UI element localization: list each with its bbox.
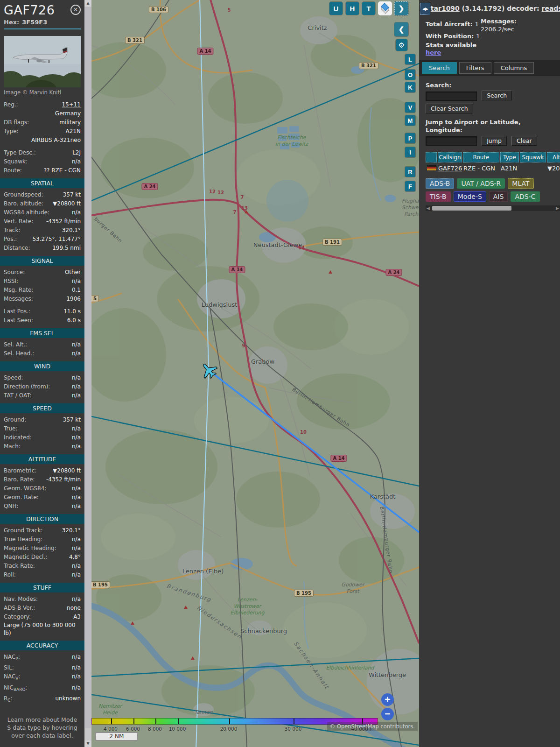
table-row[interactable]: GAF726RZE - CGNA21N▼20800: [426, 164, 560, 173]
badge-ads-c[interactable]: ADS-C: [511, 191, 539, 202]
data-value: 53.275°, 11.477°: [32, 235, 81, 244]
info-value: AIRBUS A-321neo: [31, 136, 81, 145]
legend-tick: [229, 719, 230, 724]
scroll-down-icon[interactable]: ▼: [84, 740, 91, 747]
data-row: RSSI:n/a: [4, 277, 81, 286]
data-row: Magnetic Heading:n/a: [4, 544, 81, 553]
column-header-flag[interactable]: [426, 152, 437, 162]
osm-attribution[interactable]: © OpenStreetMap contributors.: [327, 722, 418, 731]
tab-filters[interactable]: Filters: [459, 62, 491, 74]
clear-button[interactable]: Clear: [511, 136, 537, 146]
jump-input[interactable]: [426, 136, 477, 146]
map-button-L[interactable]: L: [405, 54, 415, 64]
badge-uat-ads-r[interactable]: UAT / ADS-R: [457, 178, 505, 189]
map-button-H[interactable]: H: [346, 2, 359, 15]
data-value: n/a: [72, 595, 81, 604]
map-button-F[interactable]: F: [405, 181, 415, 191]
readsb-link[interactable]: readsb: [542, 5, 560, 12]
road-shield: B 5: [91, 295, 99, 302]
map[interactable]: CrivitzFischteiche in der LewitzNeustadt…: [91, 0, 419, 747]
data-label: NICBARO:: [4, 684, 28, 694]
data-row: Geom. Rate:n/a: [4, 493, 81, 502]
data-label: Geom. WGS84:: [4, 484, 46, 493]
clear-search-button[interactable]: Clear Search: [426, 104, 473, 113]
info-label: Type Desc.:: [4, 148, 36, 157]
stats-block: Total Aircraft: 1 Messages: 2206.2/sec W…: [419, 15, 560, 58]
info-label: Route:: [4, 166, 22, 175]
badge-mode-s[interactable]: Mode-S: [454, 191, 486, 202]
column-header-Route[interactable]: Route: [463, 152, 499, 162]
map-button-V[interactable]: V: [405, 102, 415, 113]
type-cell: A21N: [500, 164, 519, 173]
data-value: 6.0 s: [67, 316, 81, 325]
data-value: ▼20800 ft: [53, 466, 81, 475]
data-label: Track:: [4, 226, 20, 235]
map-button-I[interactable]: I: [405, 147, 415, 157]
map-button-K[interactable]: K: [405, 82, 415, 92]
badge-tis-b[interactable]: TIS-B: [426, 191, 451, 202]
info-label: DB flags:: [4, 118, 29, 127]
badge-ads-b[interactable]: ADS-B: [426, 178, 454, 189]
info-value[interactable]: 15+11: [62, 100, 81, 109]
map-button-U[interactable]: U: [329, 2, 343, 15]
badge-mlat[interactable]: MLAT: [508, 178, 533, 189]
badge-ais[interactable]: AIS: [489, 191, 508, 202]
search-button[interactable]: Search: [482, 91, 512, 100]
data-row: True:n/a: [4, 424, 81, 433]
map-button-R[interactable]: R: [405, 167, 415, 177]
zoom-out-button[interactable]: −: [381, 708, 394, 720]
data-row: Baro. altitude:▼20800 ft: [4, 199, 81, 208]
tab-columns[interactable]: Columns: [494, 62, 534, 74]
map-button-P[interactable]: P: [405, 133, 415, 143]
divider: [4, 28, 81, 29]
jump-button[interactable]: Jump: [482, 136, 507, 146]
info-label: Reg.:: [4, 100, 18, 109]
table-hscrollbar[interactable]: ◀ ▶: [426, 205, 560, 211]
hscroll-left-icon[interactable]: ◀: [427, 205, 430, 211]
data-value: n/a: [72, 535, 81, 544]
data-label: Baro. Rate:: [4, 475, 35, 484]
road-shield: B 191: [322, 239, 342, 246]
road-shield: A 14: [330, 455, 347, 462]
data-value: n/a: [72, 493, 81, 502]
column-header-Alt. (ft)[interactable]: Alt. (ft): [547, 152, 560, 162]
panel-toggle-icon[interactable]: ◀▶: [420, 3, 430, 15]
map-button-M[interactable]: M: [405, 115, 415, 126]
hex-row: Hex:3F59F3: [4, 19, 81, 26]
decoder-label: decoder:: [507, 5, 539, 12]
collapse-panel-button[interactable]: ❮: [394, 22, 408, 36]
legend-tick: [111, 719, 112, 724]
data-row: Mach:n/a: [4, 442, 81, 451]
map-button-O[interactable]: O: [405, 70, 415, 80]
data-value: n/a: [72, 349, 81, 358]
callsign-cell[interactable]: GAF726: [438, 164, 462, 173]
hex-value: 3F59F3: [22, 19, 47, 26]
data-row: Nav. Modes:n/a: [4, 595, 81, 604]
jump-label: Jump to Airport or Latitude, Longitude:: [426, 118, 547, 134]
gear-icon[interactable]: ⚙: [396, 39, 407, 51]
data-value: 357 kt: [63, 190, 81, 199]
hscroll-thumb[interactable]: [432, 206, 511, 211]
tab-search[interactable]: Search: [422, 62, 457, 74]
close-icon[interactable]: ✕: [70, 5, 81, 15]
expand-panel-button[interactable]: ❯: [394, 1, 408, 15]
search-input[interactable]: [426, 92, 477, 101]
zoom-in-button[interactable]: +: [381, 693, 394, 706]
column-header-Squawk[interactable]: Squawk: [520, 152, 546, 162]
map-button-T[interactable]: T: [362, 2, 375, 15]
sidebar-scrollbar[interactable]: ▲ ▼: [84, 0, 91, 747]
scrollbar-thumb[interactable]: [85, 7, 91, 728]
legend-tick-label: 6 000: [126, 726, 140, 732]
column-header-Callsign[interactable]: Callsign: [438, 152, 462, 162]
aircraft-icon[interactable]: [198, 360, 219, 381]
tar1090-link[interactable]: tar1090: [431, 5, 460, 12]
hscroll-right-icon[interactable]: ▶: [556, 205, 559, 211]
layers-button[interactable]: [378, 1, 392, 15]
legend-tick-label: 4 000: [104, 726, 118, 732]
callsign-title: GAF726: [4, 3, 81, 17]
stats-here-link[interactable]: here: [426, 49, 441, 56]
data-label: Nav. Modes:: [4, 595, 38, 604]
scroll-up-icon[interactable]: ▲: [84, 0, 91, 7]
column-header-Type[interactable]: Type: [500, 152, 519, 162]
info-row: Type Desc.:L2J: [4, 148, 81, 157]
